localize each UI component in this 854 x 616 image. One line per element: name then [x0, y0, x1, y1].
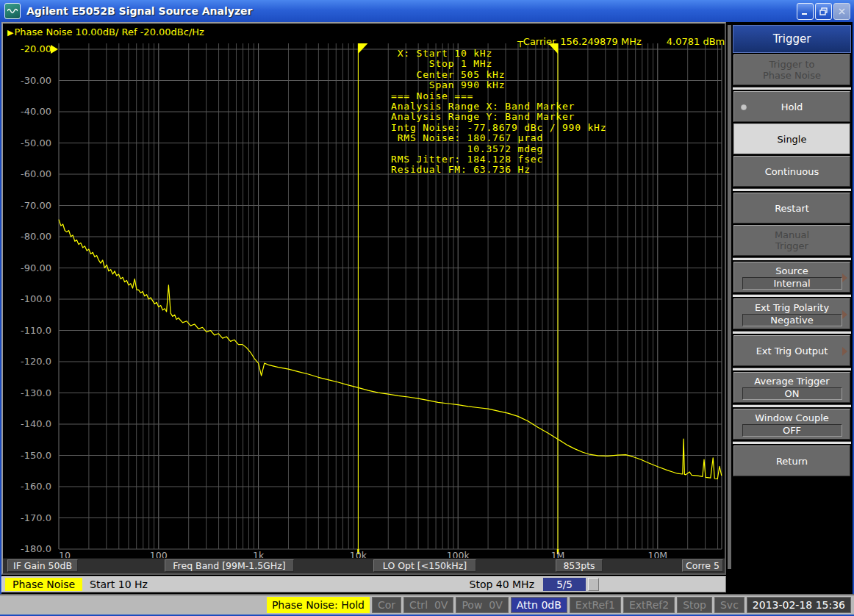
if-gain-segment: IF Gain 50dB: [7, 559, 78, 572]
softkey-average-trigger[interactable]: Average Trigger ON: [733, 372, 850, 403]
menu-separator: [733, 87, 851, 90]
submenu-arrow-icon: [842, 273, 847, 282]
menu-separator: [733, 188, 851, 191]
window-title: Agilent E5052B Signal Source Analyzer: [26, 5, 253, 17]
softkey-return[interactable]: Return: [733, 445, 850, 476]
phase-noise-hold-indicator: Phase Noise: Hold: [267, 597, 370, 613]
menu-separator: [733, 257, 851, 260]
app-window: Agilent E5052B Signal Source Analyzer ▶P…: [0, 0, 854, 616]
status-spare-box: [588, 578, 599, 591]
plot-area[interactable]: [3, 24, 725, 560]
softkey-manual-trigger: Manual Trigger: [733, 225, 850, 256]
y-axis-label: -70.00: [12, 200, 51, 211]
softkey-menu: Trigger Trigger to Phase Noise Hold Sing…: [728, 22, 853, 594]
y-axis-label: -20.00: [12, 43, 51, 54]
ctrl-voltage-indicator: Ctrl 0V: [403, 597, 453, 613]
instrument-screen: ▶Phase Noise 10.00dB/ Ref -20.00dBc/Hz ┬…: [1, 22, 853, 594]
band-marker-flag-icon: [358, 43, 367, 54]
sine-wave-app-icon: [4, 3, 21, 19]
source-value: Internal: [742, 277, 842, 290]
y-axis-label: -160.0: [12, 481, 51, 492]
measurement-settings-bar: IF Gain 50dB Freq Band [99M-1.5GHz] LO O…: [3, 558, 725, 573]
correction-segment: Corre 5: [682, 559, 723, 572]
system-status-bar: Phase Noise: Hold Cor Ctrl 0V Pow 0V Att…: [0, 594, 854, 615]
power-voltage-indicator: Pow 0V: [456, 597, 508, 613]
noise-analysis-info-panel: X: Start 10 kHz Stop 1 MHz Center 505 kH…: [391, 49, 606, 176]
phase-noise-trace: [59, 220, 722, 479]
active-measurement-chip: Phase Noise: [5, 578, 82, 591]
extref2-indicator: ExtRef2: [623, 597, 675, 613]
y-axis-label: -60.00: [12, 168, 51, 179]
y-axis-label: -90.00: [12, 262, 51, 273]
points-segment: 853pts: [556, 559, 603, 572]
close-button: [833, 3, 850, 20]
softkey-hold[interactable]: Hold: [733, 91, 850, 122]
menu-separator: [733, 404, 851, 407]
y-axis-label: -170.0: [12, 512, 51, 523]
softkey-source[interactable]: Source Internal: [733, 262, 850, 293]
menu-title: Trigger: [733, 25, 851, 53]
extref1-indicator: ExtRef1: [570, 597, 621, 613]
average-trigger-value: ON: [742, 387, 842, 400]
ext-trig-polarity-value: Negative: [742, 314, 842, 326]
sweep-stop-readout: Stop 40 MHz: [470, 579, 535, 590]
softkey-single[interactable]: Single: [733, 123, 850, 154]
sweep-start-readout: Start 10 Hz: [90, 579, 148, 590]
y-axis-label: -80.00: [12, 231, 51, 242]
svc-indicator: Svc: [714, 597, 744, 613]
submenu-arrow-icon: [842, 347, 847, 356]
attenuator-indicator: Attn 0dB: [511, 597, 567, 613]
window-titlebar: Agilent E5052B Signal Source Analyzer: [0, 0, 854, 22]
y-axis-label: -130.0: [12, 387, 51, 398]
freq-band-segment: Freq Band [99M-1.5GHz]: [165, 559, 294, 572]
minimize-button[interactable]: [797, 3, 814, 20]
menu-separator: [733, 331, 851, 334]
ref-level-marker-icon: [51, 45, 58, 54]
y-axis-label: -120.0: [12, 356, 51, 367]
y-axis-label: -140.0: [12, 418, 51, 429]
softkey-ext-trig-output[interactable]: Ext Trig Output: [733, 335, 850, 366]
menu-separator: [733, 441, 851, 444]
softkey-scrollbar[interactable]: [728, 25, 731, 569]
softkey-restart[interactable]: Restart: [733, 193, 850, 223]
submenu-arrow-icon: [842, 310, 847, 319]
measurement-status-bar: Phase Noise Start 10 Hz Stop 40 MHz 5/5: [1, 576, 726, 592]
selected-bullet-icon: [741, 104, 747, 110]
stop-indicator: Stop: [677, 597, 712, 613]
correction-indicator: Cor: [372, 597, 401, 613]
average-count-badge: 5/5: [543, 578, 586, 591]
softkey-trigger-to-phase-noise: Trigger to Phase Noise: [733, 54, 850, 85]
restore-button[interactable]: [815, 3, 832, 20]
y-axis-label: -110.0: [12, 325, 51, 336]
clock: 2013-02-18 15:36: [747, 597, 851, 613]
y-axis-label: -50.00: [12, 137, 51, 148]
softkey-continuous[interactable]: Continuous: [733, 156, 850, 187]
menu-separator: [733, 368, 851, 370]
y-axis-label: -150.0: [12, 450, 51, 461]
phase-noise-display[interactable]: ▶Phase Noise 10.00dB/ Ref -20.00dBc/Hz ┬…: [1, 22, 726, 575]
y-axis-label: -30.00: [12, 75, 51, 86]
softkey-ext-trig-polarity[interactable]: Ext Trig Polarity Negative: [733, 298, 850, 329]
lo-opt-segment: LO Opt [<150kHz]: [373, 559, 476, 572]
y-axis-label: -180.0: [12, 543, 51, 554]
y-axis-label: -40.00: [12, 106, 51, 117]
menu-separator: [733, 294, 851, 297]
window-couple-value: OFF: [742, 424, 842, 437]
y-axis-label: -100.0: [12, 293, 51, 304]
softkey-window-couple[interactable]: Window Couple OFF: [733, 409, 850, 440]
